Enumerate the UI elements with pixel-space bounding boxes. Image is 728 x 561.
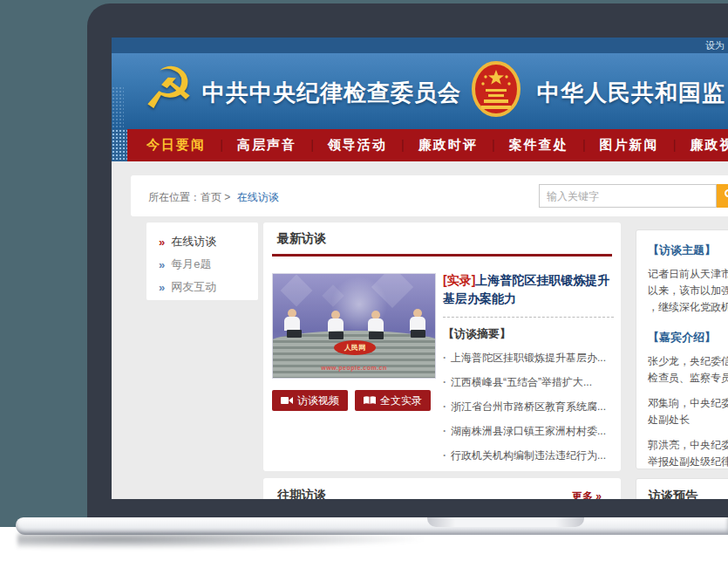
sidebar-item-netizen-interaction[interactable]: 网友互动 — [146, 276, 258, 298]
sidebar-item-online-interview[interactable]: 在线访谈 — [146, 230, 258, 253]
guest-line: 举报处副处级纪律检 — [648, 454, 728, 470]
nav-item-leader-activity[interactable]: 领导活动 — [328, 137, 418, 154]
party-emblem-icon: ☭ — [143, 57, 194, 120]
photo-logo: 人民网 — [334, 340, 376, 355]
past-interviews-panel: 往期访谈 更多 » — [263, 478, 621, 499]
book-icon — [364, 396, 376, 405]
main-nav: 今日要闻 高层声音 领导活动 廉政时评 案件查处 图片新闻 廉政视频 — [112, 129, 728, 161]
title-rule — [272, 254, 612, 257]
page-background: 设为 ☭ 中共中央纪律检查委员会 — [0, 0, 728, 561]
interview-preview-panel: 访谈预告 — [636, 478, 728, 499]
transcript-button-label: 全文实录 — [380, 393, 422, 408]
base-shadow — [17, 533, 471, 551]
guest-line: 郭洪亮，中央纪委信 — [648, 437, 728, 454]
double-arrow-icon — [159, 281, 165, 294]
nav-item-photo-news[interactable]: 图片新闻 — [600, 137, 691, 154]
double-arrow-icon — [159, 236, 165, 249]
summary-item[interactable]: 湖南株洲县渌口镇王家洲村村委... — [443, 425, 614, 437]
site-title-secondary: 中华人民共和国监 — [537, 78, 725, 108]
photo-url: www.people.com.cn — [273, 365, 435, 371]
guest-entry: 郭洪亮，中央纪委信 举报处副处级纪律检 — [648, 437, 728, 470]
sidebar-item-label: 网友互动 — [171, 279, 216, 295]
search-icon — [725, 189, 728, 197]
laptop-base — [16, 517, 728, 535]
double-arrow-icon — [159, 258, 165, 271]
guest-line: 处副处长 — [648, 412, 728, 428]
nav-item-top-voices[interactable]: 高层声音 — [237, 137, 328, 154]
summary-item[interactable]: 上海普陀区挂职锻炼提升基层办... — [443, 352, 614, 364]
studio-laptop — [369, 332, 384, 339]
guest-line: 检查员、监察专员兼 — [648, 370, 728, 387]
interview-info-panel: 【访谈主题】 记者日前从天津市纪 以来，该市以加强作 ，继续深化党政机关 【嘉宾… — [636, 229, 728, 469]
preview-panel-title: 访谈预告 — [649, 489, 697, 499]
breadcrumb-label: 所在位置：首页 > — [148, 191, 230, 203]
sidebar: 在线访谈 每月e题 网友互动 — [146, 222, 258, 300]
base-notch — [427, 517, 584, 527]
guest-entry: 邓集珦，中央纪委信 处副处长 — [648, 395, 728, 428]
latest-interviews-panel: 最新访谈 人民网 www.peopl — [263, 222, 621, 471]
panel-title: 最新访谈 — [277, 231, 326, 247]
halftone-dots-decoration — [112, 86, 124, 129]
set-homepage-link[interactable]: 设为 — [705, 39, 725, 52]
nav-item-commentary[interactable]: 廉政时评 — [418, 137, 509, 154]
theme-line: ，继续深化党政机关 — [648, 299, 728, 316]
transcript-button[interactable]: 全文实录 — [355, 390, 431, 411]
laptop-screen: 设为 ☭ 中共中央纪律检查委员会 — [112, 38, 728, 499]
nav-item-today-news[interactable]: 今日要闻 — [146, 137, 237, 154]
more-link[interactable]: 更多 » — [572, 489, 602, 499]
studio-laptop — [287, 330, 302, 338]
sidebar-item-label: 在线访谈 — [171, 234, 216, 250]
breadcrumb: 所在位置：首页 > 在线访谈 — [148, 190, 279, 205]
backdrop-decoration — [281, 275, 313, 307]
search-input[interactable] — [539, 184, 717, 208]
guest-line: 邓集珦，中央纪委信 — [648, 395, 728, 412]
summary-list: 上海普陀区挂职锻炼提升基层办... 江西横峰县“五结合”举措扩大... 浙江省台… — [443, 352, 614, 462]
summary-item[interactable]: 浙江省台州市路桥区教育系统腐... — [443, 400, 614, 413]
theme-line: 以来，该市以加强作 — [648, 283, 728, 299]
search-button[interactable] — [717, 184, 728, 208]
site-header: ☭ 中共中央纪律检查委员会 中华人民共和国监 — [112, 53, 728, 129]
studio-laptop — [411, 330, 425, 338]
studio-photo[interactable]: 人民网 www.people.com.cn — [272, 273, 436, 379]
dashed-divider — [443, 317, 614, 318]
guest-line: 张少龙，央纪委信访 — [648, 353, 728, 370]
topbar: 设为 — [112, 38, 728, 53]
national-emblem-icon — [471, 61, 521, 122]
article-title[interactable]: [实录]上海普陀区挂职锻炼提升基层办案能力 — [443, 271, 614, 308]
nav-item-video[interactable]: 廉政视频 — [690, 137, 728, 154]
summary-item[interactable]: 江西横峰县“五结合”举措扩大... — [443, 376, 614, 388]
guest-entry: 张少龙，央纪委信访 检查员、监察专员兼 — [648, 353, 728, 387]
sidebar-item-monthly-topic[interactable]: 每月e题 — [146, 253, 258, 276]
guests-heading: 【嘉宾介绍】 — [648, 330, 728, 345]
nav-item-case-investigation[interactable]: 案件查处 — [509, 137, 600, 154]
breadcrumb-bar: 所在位置：首页 > 在线访谈 — [131, 175, 728, 216]
breadcrumb-current-link[interactable]: 在线访谈 — [237, 191, 279, 203]
article-tag: [实录] — [443, 273, 475, 287]
past-panel-title: 往期访谈 — [277, 488, 326, 499]
studio-laptop — [329, 332, 344, 339]
theme-heading: 【访谈主题】 — [648, 243, 728, 258]
sidebar-item-label: 每月e题 — [171, 257, 211, 272]
site-title-primary: 中共中央纪律检查委员会 — [202, 78, 461, 108]
laptop-frame: 设为 ☭ 中共中央纪律检查委员会 — [87, 3, 728, 530]
video-button[interactable]: 访谈视频 — [272, 390, 348, 411]
video-button-label: 访谈视频 — [297, 393, 339, 408]
summary-heading: 【访谈摘要】 — [443, 326, 614, 342]
video-icon — [281, 396, 293, 405]
nav-corner-decoration — [112, 129, 127, 161]
theme-line: 记者日前从天津市纪 — [648, 266, 728, 283]
summary-item[interactable]: 行政机关机构编制违法违纪行为... — [443, 449, 614, 462]
